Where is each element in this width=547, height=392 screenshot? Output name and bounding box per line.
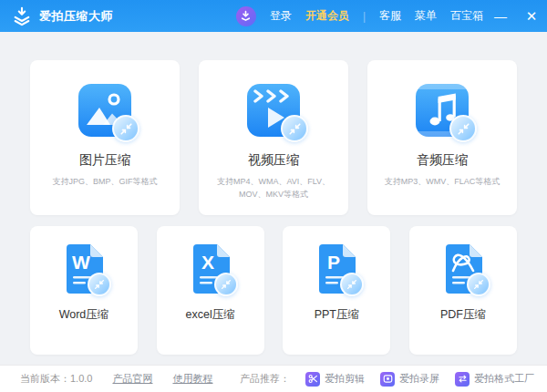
menu-item-support[interactable]: 客服 xyxy=(379,8,401,24)
menu-item-toolbox[interactable]: 百宝箱 xyxy=(450,8,483,24)
card-row-1: 图片压缩 支持JPG、BMP、GIF等格式 xyxy=(30,60,517,215)
card-title: 音频压缩 xyxy=(417,152,468,169)
official-site-link[interactable]: 产品官网 xyxy=(112,372,152,386)
compress-badge-icon xyxy=(467,273,490,296)
main-area: 图片压缩 支持JPG、BMP、GIF等格式 xyxy=(0,32,547,355)
compress-badge-icon xyxy=(214,273,238,296)
card-subtitle: 支持MP3、WMV、FLAC等格式 xyxy=(376,176,510,189)
minimize-button[interactable]: — xyxy=(487,0,514,32)
recommend-aipai-recorder[interactable]: 爱拍录屏 xyxy=(380,372,439,387)
card-audio-compress[interactable]: 音频压缩 支持MP3、WMV、FLAC等格式 xyxy=(367,60,517,215)
vip-button[interactable]: 开通会员 xyxy=(305,8,349,24)
svg-text:W: W xyxy=(72,252,90,273)
status-bar: 当前版本：1.0.0 产品官网 使用教程 产品推荐： 爱拍剪辑 爱拍录屏 xyxy=(0,365,547,392)
compress-badge-icon xyxy=(88,273,111,296)
card-row-2: W Word压缩 X xyxy=(30,215,517,355)
menu-item-menu[interactable]: 菜单 xyxy=(415,8,437,24)
compress-badge-icon xyxy=(281,115,308,142)
card-excel-compress[interactable]: X excel压缩 xyxy=(157,226,264,355)
login-button[interactable]: 登录 xyxy=(270,8,292,24)
card-title: 图片压缩 xyxy=(79,152,130,169)
card-title: excel压缩 xyxy=(186,307,235,323)
titlebar-divider: | xyxy=(363,10,366,23)
card-subtitle: 支持MP4、WMA、AVI、FLV、MOV、MKV等格式 xyxy=(199,176,348,201)
recommend-aipai-clip[interactable]: 爱拍剪辑 xyxy=(305,372,365,387)
svg-text:X: X xyxy=(201,252,214,273)
card-title: Word压缩 xyxy=(59,307,109,323)
close-button[interactable]: ✕ xyxy=(518,0,545,32)
compress-badge-icon xyxy=(340,273,364,296)
compress-badge-icon xyxy=(112,115,139,142)
recommend-aipai-format-factory[interactable]: 爱拍格式工厂 xyxy=(455,372,534,387)
recommend-label: 产品推荐： xyxy=(240,372,290,386)
card-subtitle: 支持JPG、BMP、GIF等格式 xyxy=(43,176,166,189)
screen-record-icon xyxy=(380,372,395,387)
card-pdf-compress[interactable]: PDF压缩 xyxy=(409,226,517,355)
compress-badge-icon xyxy=(449,115,477,142)
title-bar: 爱拍压缩大师 登录 开通会员 | 客服 菜单 百宝箱 — ✕ xyxy=(0,0,547,32)
svg-text:P: P xyxy=(327,252,340,273)
card-image-compress[interactable]: 图片压缩 支持JPG、BMP、GIF等格式 xyxy=(30,60,180,215)
convert-arrows-icon xyxy=(455,372,470,387)
card-video-compress[interactable]: 视频压缩 支持MP4、WMA、AVI、FLV、MOV、MKV等格式 xyxy=(199,60,348,215)
card-ppt-compress[interactable]: P PPT压缩 xyxy=(283,226,390,355)
card-title: PPT压缩 xyxy=(315,307,359,323)
tutorial-link[interactable]: 使用教程 xyxy=(172,372,212,386)
version-text: 当前版本：1.0.0 xyxy=(20,372,92,386)
app-title: 爱拍压缩大师 xyxy=(39,8,113,25)
app-logo-icon xyxy=(11,5,33,27)
card-title: PDF压缩 xyxy=(440,307,486,323)
card-word-compress[interactable]: W Word压缩 xyxy=(30,226,138,355)
scissors-icon xyxy=(305,372,320,387)
user-avatar[interactable] xyxy=(236,6,256,26)
card-title: 视频压缩 xyxy=(248,152,299,169)
